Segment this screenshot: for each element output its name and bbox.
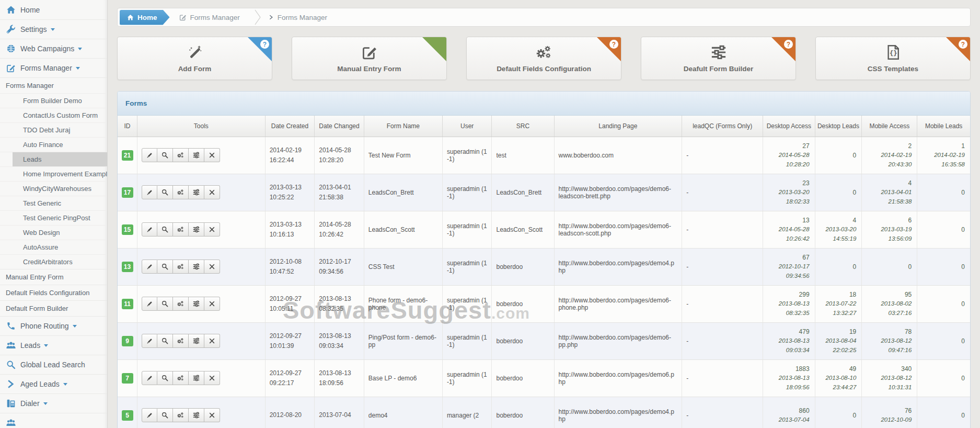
close-icon [209,337,215,344]
help-icon[interactable] [609,40,618,49]
delete-form-button[interactable] [204,297,220,311]
action-card[interactable]: Deafult Form Builder [641,37,796,80]
edit-form-button[interactable] [142,334,157,348]
preview-form-button[interactable] [157,260,173,274]
delete-form-button[interactable] [204,260,220,274]
delete-form-button[interactable] [204,334,220,348]
sidebar-item[interactable]: Home [0,0,107,19]
form-settings-button[interactable] [173,148,189,162]
src-cell: test [492,137,554,174]
preview-form-button[interactable] [157,297,173,311]
sidebar-item[interactable]: TDO Debt Juraj [0,122,107,137]
edit-form-button[interactable] [142,148,157,162]
sidebar-item[interactable]: Form Builder Demo [0,93,107,108]
sidebar-item[interactable]: AutoAssure [0,240,107,254]
form-fields-button[interactable] [189,148,204,162]
sidebar-item-label: Leads [20,341,40,350]
mobile-leads-cell: 12014-02-1916:35:58 [917,137,970,174]
sidebar-item[interactable]: Home Improvement Example [0,166,107,181]
action-card-label: CSS Templates [868,65,918,73]
caret-down-icon [73,325,77,330]
sidebar-item[interactable]: Default Form Builder [0,300,107,316]
date-changed-cell: 2012-10-1709:34:56 [315,248,364,285]
form-settings-button[interactable] [173,222,189,236]
desktop-access-cell: 232013-03-2018:02:33 [763,174,815,211]
sidebar-item[interactable]: Forms Manager [0,77,107,93]
edit-form-button[interactable] [142,260,157,274]
sidebar-item[interactable]: Web Design [0,225,107,240]
action-card[interactable]: CSS Templates [815,37,971,80]
sidebar-item[interactable]: Phone Routing [0,316,107,335]
sidebar-item[interactable]: Settings [0,19,107,39]
row-tools [142,222,261,236]
preview-form-button[interactable] [157,222,173,236]
edit-form-button[interactable] [142,408,157,422]
action-card[interactable]: Add Form [117,37,272,80]
help-icon[interactable] [784,40,793,49]
preview-form-button[interactable] [157,408,173,422]
delete-form-button[interactable] [204,222,220,236]
delete-form-button[interactable] [204,408,220,422]
src-cell: boberdoo [492,285,554,322]
form-fields-button[interactable] [189,260,204,274]
sidebar-item[interactable]: Test Generic PingPost [0,210,107,225]
sidebar-item[interactable]: Web Campaigns [0,39,107,58]
wrench-icon [6,25,16,34]
sidebar-item[interactable] [0,413,107,428]
col-mobile-access: Mobile Access [862,116,917,137]
preview-form-button[interactable] [157,148,173,162]
form-fields-button[interactable] [189,408,204,422]
user-cell: superadmin (1 -1) [442,137,492,174]
sidebar-item[interactable]: Auto Finance [0,137,107,152]
sidebar-item[interactable]: Leads [0,335,107,355]
sidebar-item[interactable]: CreditArbitrators [0,254,107,269]
form-fields-button[interactable] [189,297,204,311]
sidebar-item[interactable]: Aged Leads [0,374,107,393]
delete-form-button[interactable] [204,371,220,385]
delete-form-button[interactable] [204,148,220,162]
col-mobile-leads: Mobile Leads [917,116,970,137]
gears-icon [177,412,184,419]
sidebar-item[interactable]: WindyCityWarehouses [0,181,107,196]
breadcrumb-current[interactable]: Forms Manager [261,14,337,21]
edit-form-button[interactable] [142,297,157,311]
leadqc-cell: - [682,174,763,211]
preview-form-button[interactable] [157,334,173,348]
gears-icon [177,189,184,196]
form-settings-button[interactable] [173,260,189,274]
preview-form-button[interactable] [157,371,173,385]
form-settings-button[interactable] [173,408,189,422]
sidebar-item[interactable]: Leads [0,152,107,166]
sidebar-item[interactable]: Global Lead Search [0,355,107,374]
form-fields-button[interactable] [189,222,204,236]
edit-form-button[interactable] [142,371,157,385]
form-fields-button[interactable] [189,185,204,199]
sliders-icon [193,152,200,159]
form-settings-button[interactable] [173,185,189,199]
sidebar-item[interactable]: ContactUs Custom Form [0,108,107,122]
help-icon[interactable] [260,40,269,49]
sidebar-item-label: ContactUs Custom Form [23,111,98,119]
edit-form-button[interactable] [142,185,157,199]
breadcrumb-home[interactable]: Home [120,10,170,25]
delete-form-button[interactable] [204,185,220,199]
form-fields-button[interactable] [189,371,204,385]
form-settings-button[interactable] [173,297,189,311]
breadcrumb-forms-manager[interactable]: Forms Manager [170,14,255,21]
help-icon[interactable] [959,40,967,49]
card-ribbon [248,37,272,61]
sidebar-item[interactable]: Test Generic [0,196,107,210]
sidebar-item[interactable]: Forms Manager [0,58,107,77]
col-leadqc: leadQC (Forms Only) [682,116,763,137]
form-fields-button[interactable] [189,334,204,348]
mobile-leads-cell: 0 [917,285,970,322]
edit-form-button[interactable] [142,222,157,236]
action-card[interactable]: Default Fields Configuration [466,37,621,80]
sidebar-item[interactable]: Default Fields Configuration [0,285,107,300]
preview-form-button[interactable] [157,185,173,199]
sidebar-item[interactable]: Manual Entry Form [0,269,107,285]
action-card[interactable]: Manual Entry Form [292,37,447,80]
sidebar-item[interactable]: Dialer [0,393,107,413]
form-settings-button[interactable] [173,334,189,348]
form-settings-button[interactable] [173,371,189,385]
